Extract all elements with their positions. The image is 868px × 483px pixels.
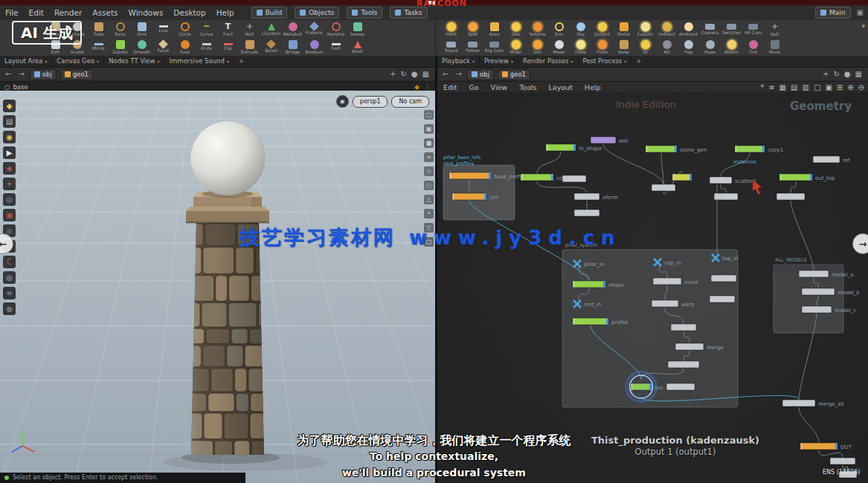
path-chip-geo1[interactable]: geo1 — [498, 69, 530, 80]
shelf-tool-bridge[interactable]: Bridge — [282, 40, 303, 54]
shelf-tool-null[interactable]: +Null — [764, 22, 785, 36]
node-stone-gen[interactable]: stone_gen — [646, 146, 707, 153]
shelf-tool-tube[interactable]: Tube — [88, 22, 109, 36]
shelf-tool-ambient[interactable]: Ambient — [678, 22, 699, 36]
viewbar-icon[interactable]: ◆ — [414, 84, 419, 91]
shelf-tool-revolve[interactable]: Revolve — [325, 22, 347, 36]
shelf-tool-sort[interactable]: Sort — [325, 43, 347, 51]
shelf-tool-facet[interactable]: Facet — [152, 41, 174, 53]
node-xform[interactable]: xform — [574, 193, 618, 201]
shelf-tool-torus[interactable]: Torus — [109, 22, 131, 36]
menu-help[interactable]: Help — [211, 9, 239, 17]
tab-left-layout-area[interactable]: Layout Area▾ — [0, 56, 52, 67]
path-chip-obj[interactable]: obj — [30, 69, 57, 80]
shelf-tool-smooth[interactable]: Smooth — [131, 40, 152, 54]
menu-edit[interactable]: Edit — [24, 9, 49, 17]
shelf-tool-follow[interactable]: Follow — [462, 42, 483, 53]
menu-file[interactable]: File — [0, 9, 24, 17]
detail-tool[interactable]: ◎ — [3, 271, 16, 284]
shelf-tool-font[interactable]: TFont — [217, 22, 239, 36]
node-lime[interactable] — [672, 174, 692, 181]
path-action-icon[interactable]: ▦ — [855, 71, 862, 78]
netmenu-icon[interactable]: ⊕ — [847, 84, 853, 91]
path-action-icon[interactable]: ↻ — [833, 71, 839, 78]
node-shape[interactable]: shape — [573, 281, 624, 288]
shelf-tool-point[interactable]: Point — [440, 22, 462, 36]
netmenu-edit[interactable]: Edit — [437, 84, 463, 91]
shelf-tool-glow[interactable]: Glow — [570, 40, 591, 54]
select-tool[interactable]: ▶ — [3, 146, 16, 159]
shelf-tool-circle[interactable]: Circle — [174, 22, 196, 36]
shelf-tool-knife[interactable]: Knife — [196, 43, 217, 51]
forward-arrow-button[interactable]: → — [16, 71, 25, 78]
netmenu-tools[interactable]: Tools — [513, 84, 542, 91]
desktop-main-chip[interactable]: Main — [815, 7, 851, 19]
shelf-tool-fog[interactable]: Fog — [678, 40, 699, 54]
shelf-tool-line[interactable]: Line — [152, 25, 174, 33]
tab-right-post-process[interactable]: Post Process▾ — [579, 56, 632, 67]
shelf-tool-tripod[interactable]: Tripod — [440, 42, 462, 53]
node-base-profile[interactable]: base_profile — [449, 172, 525, 180]
node-ref[interactable]: ref — [813, 156, 850, 163]
shelf-tool-bloom[interactable]: Bloom — [721, 40, 742, 54]
shelf-tool-boolean[interactable]: Boolean — [303, 40, 325, 54]
viewport-option-icon[interactable]: • — [424, 209, 434, 218]
shelf-tool-moon[interactable]: Moon — [548, 40, 570, 54]
back-arrow-button[interactable]: ← — [441, 71, 450, 78]
shelf-tool-bake[interactable]: Bake — [613, 40, 634, 54]
shelf-tool-portal[interactable]: Portal — [613, 22, 634, 36]
key-tool[interactable]: ● — [3, 302, 16, 315]
shelf-tool-fuse[interactable]: Fuse — [174, 40, 196, 54]
shelf-tool-platonic[interactable]: Platonic — [303, 23, 325, 35]
shelf-tool-mask[interactable]: Mask — [764, 40, 785, 54]
netmenu-icon[interactable]: ≡ — [768, 84, 774, 91]
node-gray[interactable] — [777, 193, 805, 200]
viewbar-circle-icon[interactable]: ○ — [4, 84, 10, 91]
menubar-chip-build[interactable]: Build — [251, 7, 288, 19]
node-gray[interactable] — [671, 324, 696, 331]
new-tab-button[interactable]: + — [234, 58, 248, 65]
network-canvas[interactable]: Indie Edition Geometry base_profilectrlc… — [437, 92, 868, 483]
persp-pill[interactable]: persp1 — [353, 96, 388, 108]
node-gray[interactable] — [710, 296, 735, 302]
translate-tool[interactable]: + — [3, 178, 16, 190]
shelf-tool-extrude[interactable]: Extrude — [239, 40, 260, 54]
node-gray[interactable] — [714, 193, 738, 200]
shelf-tool-clip[interactable]: Clip — [217, 43, 239, 51]
node-merge-all[interactable]: merge_all — [782, 400, 843, 407]
tab-left-canvas-geo[interactable]: Canvas Geo▾ — [52, 56, 104, 67]
node-scatter1[interactable]: scatter1 — [710, 177, 756, 184]
node-gray[interactable] — [668, 361, 699, 368]
pane-tool[interactable]: ▤ — [3, 115, 16, 128]
tab-left-nodes-tt-view[interactable]: Nodes TT View▾ — [104, 56, 164, 67]
path-action-icon[interactable]: + — [390, 71, 396, 78]
snapshot-tool[interactable]: ◉ — [3, 131, 16, 143]
window-controls-icon[interactable]: ▣ — [857, 9, 864, 16]
viewport-option-icon[interactable]: ▣ — [424, 124, 434, 134]
node-model-a[interactable]: model_a — [799, 270, 854, 278]
tab-right-preview[interactable]: Preview▾ — [480, 56, 518, 67]
viewport-option-icon[interactable]: □ — [424, 110, 434, 120]
back-arrow-button[interactable]: ← — [4, 71, 13, 78]
node-ctrl[interactable]: ctrl — [452, 193, 498, 201]
shelf-tool-geo[interactable]: Geo — [505, 22, 527, 36]
shelf-tool-tint[interactable]: Tint — [742, 40, 764, 54]
netmenu-help[interactable]: Help — [579, 84, 607, 91]
node-warp[interactable]: warp — [652, 300, 695, 308]
view-tool[interactable]: ◆ — [3, 100, 16, 112]
shelf-tool-grid[interactable]: Grid — [131, 22, 152, 36]
shelf-tool-distant[interactable]: Distant — [591, 22, 613, 36]
shelf-tool-mixer[interactable]: Mixer — [505, 40, 527, 54]
shelf-tool-switcher[interactable]: Switcher — [721, 24, 742, 35]
netmenu-view[interactable]: View — [485, 84, 514, 91]
shelf-tool-env[interactable]: Env — [548, 22, 570, 36]
rotate-tool[interactable]: ◎ — [3, 193, 16, 206]
next-arrow-button[interactable]: → — [852, 233, 868, 254]
node-out-top[interactable]: out_top — [779, 174, 835, 181]
ruler-tool[interactable]: ≡ — [3, 287, 16, 299]
shelf-tool-mirror[interactable]: Mirror — [88, 43, 109, 51]
shelf-tool-volume[interactable]: Volume — [527, 22, 548, 36]
scale-tool[interactable]: ▣ — [3, 209, 16, 221]
new-tab-button[interactable]: + — [631, 58, 646, 65]
netmenu-icon[interactable]: ▤ — [791, 84, 797, 91]
